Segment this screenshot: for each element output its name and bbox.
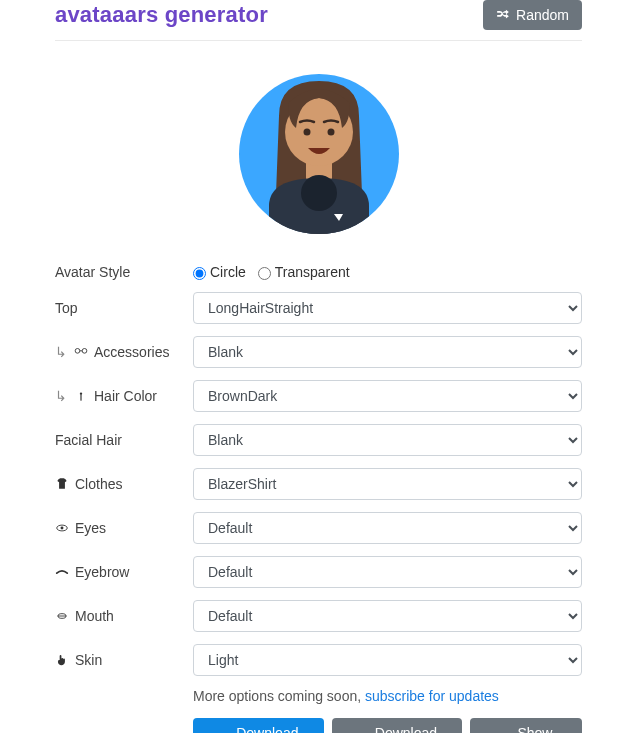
eyes-row: EyesDefault xyxy=(55,512,582,544)
avatar-style-transparent[interactable]: Transparent xyxy=(258,264,350,280)
avatar-preview xyxy=(55,66,582,244)
header: avataaars generator Random xyxy=(55,0,582,41)
haircolor-label: Hair Color xyxy=(55,388,193,404)
eyes-select[interactable]: Default xyxy=(193,512,582,544)
tshirt-icon xyxy=(55,477,69,491)
avatar-style-circle-radio[interactable] xyxy=(193,267,206,280)
top-select[interactable]: LongHairStraight xyxy=(193,292,582,324)
skin-label: Skin xyxy=(55,652,193,668)
haircolor-select[interactable]: BrownDark xyxy=(193,380,582,412)
svg-point-7 xyxy=(80,393,82,395)
mouth-label: Mouth xyxy=(55,608,193,624)
accessories-label: Accessories xyxy=(55,344,193,360)
glasses-icon xyxy=(74,345,88,359)
svg-point-5 xyxy=(327,129,334,136)
top-row: TopLongHairStraight xyxy=(55,292,582,324)
avatar-style-options: CircleTransparent xyxy=(193,264,582,280)
avatar-style-label: Avatar Style xyxy=(55,264,193,280)
mouth-row: MouthDefault xyxy=(55,600,582,632)
subscribe-link[interactable]: subscribe for updates xyxy=(365,688,499,704)
haircolor-row: Hair ColorBrownDark xyxy=(55,380,582,412)
download-png-button[interactable]: Download PNG xyxy=(193,718,324,733)
facialhair-label: Facial Hair xyxy=(55,432,193,448)
accessories-row: AccessoriesBlank xyxy=(55,336,582,368)
download-button-row: Download PNG Download SVG Show React xyxy=(193,718,582,733)
brow-icon xyxy=(55,565,69,579)
eyebrow-row: EyebrowDefault xyxy=(55,556,582,588)
eye-icon xyxy=(55,521,69,535)
avatar-style-transparent-radio[interactable] xyxy=(258,267,271,280)
skin-select[interactable]: Light xyxy=(193,644,582,676)
eyebrow-label: Eyebrow xyxy=(55,564,193,580)
eyes-label: Eyes xyxy=(55,520,193,536)
svg-point-10 xyxy=(61,527,64,530)
mouth-icon xyxy=(55,609,69,623)
facialhair-row: Facial HairBlank xyxy=(55,424,582,456)
shuffle-icon xyxy=(496,8,510,22)
show-react-button[interactable]: Show React xyxy=(470,718,582,733)
page-title: avataaars generator xyxy=(55,2,268,28)
avatar-style-circle[interactable]: Circle xyxy=(193,264,246,280)
facialhair-select[interactable]: Blank xyxy=(193,424,582,456)
more-options-note: More options coming soon, subscribe for … xyxy=(193,688,582,704)
skin-row: SkinLight xyxy=(55,644,582,676)
accessories-select[interactable]: Blank xyxy=(193,336,582,368)
top-label: Top xyxy=(55,300,193,316)
palette-icon xyxy=(74,389,88,403)
clothes-label: Clothes xyxy=(55,476,193,492)
random-button[interactable]: Random xyxy=(483,0,582,30)
svg-rect-8 xyxy=(80,395,81,401)
clothes-select[interactable]: BlazerShirt xyxy=(193,468,582,500)
mouth-select[interactable]: Default xyxy=(193,600,582,632)
hand-icon xyxy=(55,653,69,667)
random-button-label: Random xyxy=(516,7,569,23)
svg-point-4 xyxy=(303,129,310,136)
avatar-style-row: Avatar StyleCircleTransparent xyxy=(55,264,582,280)
avatar-image xyxy=(239,66,399,241)
download-svg-button[interactable]: Download SVG xyxy=(332,718,462,733)
eyebrow-select[interactable]: Default xyxy=(193,556,582,588)
clothes-row: ClothesBlazerShirt xyxy=(55,468,582,500)
svg-point-6 xyxy=(301,175,337,211)
